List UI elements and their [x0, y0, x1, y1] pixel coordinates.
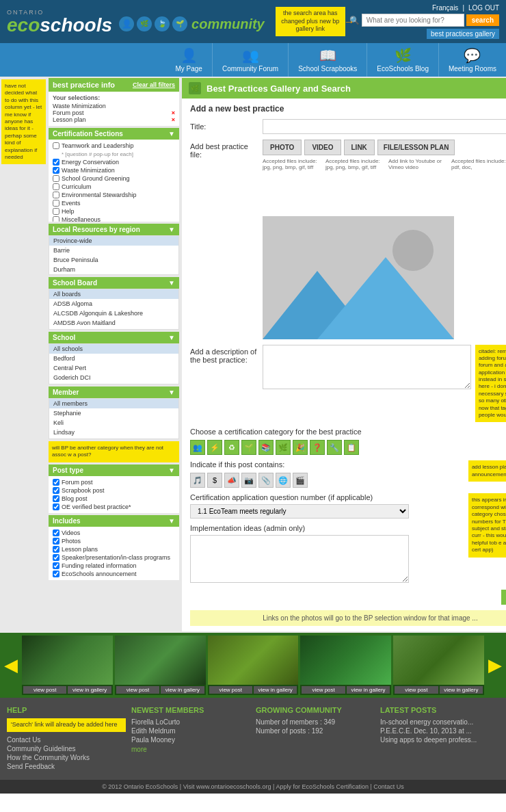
- view-post-1[interactable]: view post: [116, 686, 159, 694]
- file-lesson-button[interactable]: FILE/LESSON PLAN: [377, 140, 455, 155]
- cert-checkbox-6[interactable]: [53, 200, 59, 207]
- impl-textarea[interactable]: [190, 535, 409, 583]
- local-item-1[interactable]: Barrie: [49, 246, 178, 255]
- member-item-3[interactable]: Lindsay: [49, 428, 178, 437]
- view-gallery-0[interactable]: view in gallery: [68, 686, 111, 694]
- footer-feedback-link[interactable]: Send Feedback: [7, 763, 126, 770]
- local-resources-header[interactable]: Local Resources by region ▼: [49, 224, 179, 235]
- cert-checkbox-8[interactable]: [53, 216, 59, 222]
- view-post-0[interactable]: view post: [23, 686, 66, 694]
- view-post-2[interactable]: view post: [209, 686, 252, 694]
- school-board-header[interactable]: School Board ▼: [49, 277, 179, 289]
- cert-icon-8[interactable]: ❓: [310, 440, 325, 455]
- view-post-3[interactable]: view post: [302, 686, 345, 694]
- school-item-3[interactable]: Goderich DCI: [49, 373, 178, 382]
- footer-guidelines-link[interactable]: Community Guidelines: [7, 745, 126, 752]
- view-gallery-4[interactable]: view in gallery: [440, 686, 483, 694]
- nav-item-meetings[interactable]: 💬 Meeting Rooms: [439, 43, 506, 77]
- desc-textarea[interactable]: [263, 345, 471, 389]
- francais-link[interactable]: Français: [432, 4, 458, 12]
- board-item-1[interactable]: ADSB Algoma: [49, 299, 178, 309]
- include-checkbox-2[interactable]: [53, 546, 59, 553]
- latest-post-0[interactable]: In-school energy conservatio...: [380, 718, 499, 726]
- indicate-icon-7[interactable]: 🎬: [293, 473, 308, 488]
- cert-icon-7[interactable]: 🎉: [293, 440, 308, 455]
- local-item-3[interactable]: Durham: [49, 265, 178, 274]
- cert-question-select[interactable]: 1.1 EcoTeam meets regularly: [190, 504, 409, 519]
- include-checkbox-5[interactable]: [53, 571, 59, 577]
- gallery-arrow-right[interactable]: ▶: [484, 655, 506, 676]
- cert-icon-5[interactable]: 📚: [258, 440, 274, 455]
- post-checkbox-3[interactable]: [53, 503, 59, 510]
- include-checkbox-0[interactable]: [53, 529, 59, 536]
- cert-icon-2[interactable]: ⚡: [207, 440, 222, 455]
- board-item-3[interactable]: AMDSB Avon Maitland: [49, 318, 178, 328]
- cert-icon-6[interactable]: 🌿: [276, 440, 291, 455]
- member-header[interactable]: Member ▼: [49, 387, 179, 398]
- remove-x-2[interactable]: ×: [172, 116, 175, 123]
- nav-item-community-forum[interactable]: 👥 Community Forum: [213, 43, 289, 77]
- link-button[interactable]: LINK: [344, 140, 375, 155]
- board-item-2[interactable]: ALCSDB Algonquin & Lakeshore: [49, 309, 178, 318]
- cert-icon-10[interactable]: 📋: [344, 440, 359, 455]
- local-item-0[interactable]: Province-wide: [49, 236, 178, 246]
- view-gallery-1[interactable]: view in gallery: [161, 686, 204, 694]
- view-gallery-2[interactable]: view in gallery: [254, 686, 297, 694]
- search-input[interactable]: [362, 14, 464, 27]
- logout-link[interactable]: LOG OUT: [468, 4, 499, 12]
- cert-checkbox-4[interactable]: [53, 183, 59, 190]
- latest-post-2[interactable]: Using apps to deepen profess...: [380, 736, 499, 744]
- post-checkbox-0[interactable]: [53, 479, 59, 486]
- photo-button[interactable]: PHOTO: [263, 140, 302, 155]
- remove-x-1[interactable]: ×: [172, 109, 175, 116]
- gallery-arrow-left[interactable]: ◀: [0, 655, 22, 676]
- member-item-4[interactable]: Raisa: [49, 437, 178, 439]
- school-item-1[interactable]: Bedford: [49, 354, 178, 363]
- school-item-4[interactable]: Listowel Cental PS: [49, 382, 178, 384]
- indicate-icon-3[interactable]: 📣: [224, 473, 239, 488]
- best-practices-link[interactable]: best practices gallery: [427, 29, 499, 39]
- cert-icon-4[interactable]: 🌱: [241, 440, 256, 455]
- footer-contact-link[interactable]: Contact Us: [7, 736, 126, 744]
- cert-icon-1[interactable]: 👥: [190, 440, 205, 455]
- board-item-4[interactable]: BGCDSB Bruce Grey Catholic: [49, 328, 178, 330]
- indicate-icon-4[interactable]: 📷: [241, 473, 256, 488]
- include-checkbox-1[interactable]: [53, 538, 59, 545]
- cert-icon-3[interactable]: ♻: [224, 440, 239, 455]
- includes-header[interactable]: Includes ▼: [49, 515, 179, 527]
- cert-checkbox-3[interactable]: [53, 175, 59, 182]
- indicate-icon-6[interactable]: 🌐: [276, 473, 291, 488]
- indicate-icon-1[interactable]: 🎵: [190, 473, 205, 488]
- submit-button[interactable]: submit: [501, 590, 506, 605]
- include-checkbox-4[interactable]: [53, 562, 59, 569]
- footer-how-link[interactable]: How the Community Works: [7, 754, 126, 761]
- local-item-2[interactable]: Bruce Peninsula: [49, 255, 178, 265]
- video-button[interactable]: VIDEO: [304, 140, 341, 155]
- member-item-0[interactable]: All members: [49, 399, 178, 408]
- cert-checkbox-7[interactable]: [53, 208, 59, 215]
- indicate-icon-5[interactable]: 📎: [258, 473, 274, 488]
- cert-checkbox-0[interactable]: [53, 142, 59, 149]
- member-item-1[interactable]: Stephanie: [49, 408, 178, 418]
- cert-sections-header[interactable]: Certification Sections ▼: [49, 128, 179, 140]
- view-gallery-3[interactable]: view in gallery: [347, 686, 390, 694]
- title-input[interactable]: [263, 119, 506, 134]
- cert-icon-9[interactable]: 🔧: [327, 440, 342, 455]
- board-item-0[interactable]: All boards: [49, 289, 178, 299]
- view-post-4[interactable]: view post: [395, 686, 438, 694]
- school-item-2[interactable]: Central Pert: [49, 363, 178, 373]
- include-checkbox-3[interactable]: [53, 554, 59, 561]
- latest-post-1[interactable]: P.E.E.C.E. Dec. 10, 2013 at ...: [380, 727, 499, 735]
- search-button[interactable]: search: [466, 14, 499, 26]
- school-item-0[interactable]: All schools: [49, 344, 178, 354]
- cert-checkbox-2[interactable]: [53, 167, 59, 174]
- post-checkbox-1[interactable]: [53, 487, 59, 494]
- clear-filters-link[interactable]: Clear all filters: [133, 81, 175, 88]
- nav-item-scrapbooks[interactable]: 📖 School Scrapbooks: [289, 43, 367, 77]
- nav-item-blog[interactable]: 🌿 EcoSchools Blog: [367, 43, 439, 77]
- footer-more-link[interactable]: more: [131, 746, 147, 753]
- cert-checkbox-1[interactable]: [53, 159, 59, 166]
- member-item-2[interactable]: Keli: [49, 418, 178, 428]
- post-type-header[interactable]: Post type ▼: [49, 464, 179, 476]
- post-checkbox-2[interactable]: [53, 495, 59, 502]
